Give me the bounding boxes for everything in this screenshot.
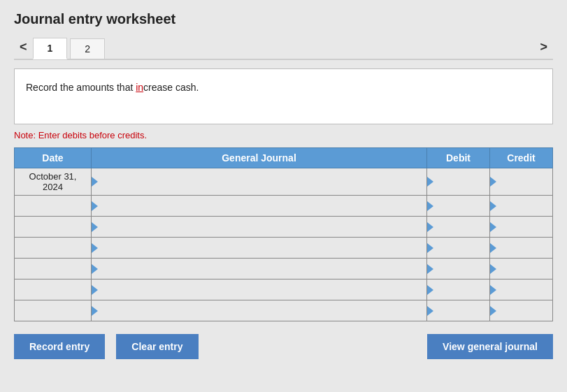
credit-input-5[interactable]: [490, 280, 552, 300]
journal-cell-1[interactable]: [92, 196, 427, 217]
credit-input-4[interactable]: [490, 259, 552, 279]
journal-cell-5[interactable]: [92, 280, 427, 300]
clear-entry-button[interactable]: Clear entry: [116, 334, 198, 359]
date-cell-3: [15, 238, 92, 259]
arrow-icon: [490, 222, 496, 232]
credit-input-2[interactable]: [490, 217, 552, 237]
date-cell-4: [15, 259, 92, 280]
debit-cell-6[interactable]: [427, 300, 490, 321]
prev-tab-button[interactable]: <: [14, 36, 33, 59]
table-row: [15, 196, 553, 217]
debit-cell-1[interactable]: [427, 196, 490, 217]
page-title: Journal entry worksheet: [14, 11, 553, 27]
journal-input-1[interactable]: [92, 196, 426, 216]
table-row: October 31,2024: [15, 168, 553, 196]
journal-cell-0[interactable]: [92, 168, 427, 196]
arrow-icon: [490, 201, 496, 211]
table-row: [15, 259, 553, 280]
journal-input-3[interactable]: [92, 238, 426, 258]
journal-input-2[interactable]: [92, 217, 426, 237]
table-row: [15, 280, 553, 300]
date-cell-1: [15, 196, 92, 217]
journal-cell-3[interactable]: [92, 238, 427, 259]
credit-cell-2[interactable]: [490, 217, 553, 238]
header-journal: General Journal: [92, 148, 427, 168]
table-row: [15, 238, 553, 259]
next-tab-button[interactable]: >: [534, 36, 553, 59]
tab-2[interactable]: 2: [70, 38, 105, 59]
arrow-icon: [490, 306, 496, 316]
debit-input-3[interactable]: [427, 238, 489, 258]
buttons-row: Record entry Clear entry View general jo…: [14, 334, 553, 359]
debit-input-4[interactable]: [427, 259, 489, 279]
arrow-icon: [92, 306, 98, 316]
credit-input-0[interactable]: [490, 168, 552, 195]
debit-cell-5[interactable]: [427, 280, 490, 300]
debit-input-2[interactable]: [427, 217, 489, 237]
credit-cell-3[interactable]: [490, 238, 553, 259]
arrow-icon: [490, 285, 496, 295]
note-text: Note: Enter debits before credits.: [14, 130, 553, 140]
journal-table: Date General Journal Debit Credit Octobe…: [14, 147, 553, 321]
debit-cell-0[interactable]: [427, 168, 490, 196]
arrow-icon: [92, 243, 98, 253]
journal-cell-6[interactable]: [92, 300, 427, 321]
date-cell-2: [15, 217, 92, 238]
arrow-icon: [427, 264, 433, 274]
header-debit: Debit: [427, 148, 490, 168]
arrow-icon: [427, 201, 433, 211]
arrow-icon: [427, 285, 433, 295]
table-row: [15, 217, 553, 238]
arrow-icon: [490, 177, 496, 187]
instruction-box: Record the amounts that increase cash.: [14, 68, 553, 124]
highlight-word: in: [136, 82, 143, 93]
header-date: Date: [15, 148, 92, 168]
instruction-text: Record the amounts that increase cash.: [26, 82, 199, 93]
debit-cell-4[interactable]: [427, 259, 490, 280]
credit-cell-4[interactable]: [490, 259, 553, 280]
arrow-icon: [490, 264, 496, 274]
tabs-row: < 1 2 >: [14, 36, 553, 60]
debit-input-5[interactable]: [427, 280, 489, 300]
arrow-icon: [92, 222, 98, 232]
view-general-journal-button[interactable]: View general journal: [427, 334, 553, 359]
debit-cell-3[interactable]: [427, 238, 490, 259]
credit-input-6[interactable]: [490, 300, 552, 321]
journal-cell-2[interactable]: [92, 217, 427, 238]
table-row: [15, 300, 553, 321]
arrow-icon: [427, 177, 433, 187]
header-credit: Credit: [490, 148, 553, 168]
date-cell-6: [15, 300, 92, 321]
journal-input-6[interactable]: [92, 300, 426, 321]
journal-input-0[interactable]: [92, 168, 426, 195]
debit-input-1[interactable]: [427, 196, 489, 216]
debit-input-0[interactable]: [427, 168, 489, 195]
journal-cell-4[interactable]: [92, 259, 427, 280]
credit-input-1[interactable]: [490, 196, 552, 216]
credit-cell-5[interactable]: [490, 280, 553, 300]
journal-input-5[interactable]: [92, 280, 426, 300]
arrow-icon: [92, 177, 98, 187]
record-entry-button[interactable]: Record entry: [14, 334, 105, 359]
arrow-icon: [490, 243, 496, 253]
tab-1[interactable]: 1: [33, 38, 68, 59]
arrow-icon: [92, 285, 98, 295]
arrow-icon: [92, 264, 98, 274]
date-cell-5: [15, 280, 92, 300]
arrow-icon: [427, 306, 433, 316]
date-cell-0: October 31,2024: [15, 168, 92, 196]
debit-cell-2[interactable]: [427, 217, 490, 238]
arrow-icon: [427, 243, 433, 253]
credit-cell-0[interactable]: [490, 168, 553, 196]
credit-cell-6[interactable]: [490, 300, 553, 321]
arrow-icon: [427, 222, 433, 232]
credit-cell-1[interactable]: [490, 196, 553, 217]
journal-input-4[interactable]: [92, 259, 426, 279]
credit-input-3[interactable]: [490, 238, 552, 258]
debit-input-6[interactable]: [427, 300, 489, 321]
arrow-icon: [92, 201, 98, 211]
